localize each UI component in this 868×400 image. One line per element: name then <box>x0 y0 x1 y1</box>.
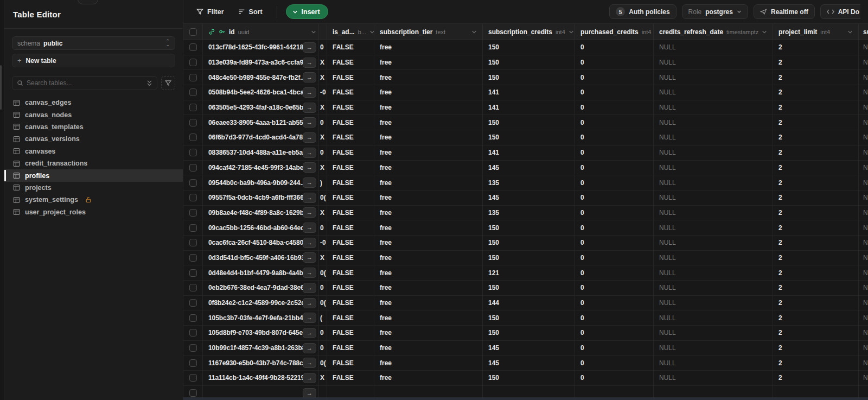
credits-refresh-date-cell[interactable]: NULL <box>654 371 773 385</box>
role-selector[interactable]: Role postgres <box>682 4 748 19</box>
new-table-button[interactable]: + New table <box>12 54 175 67</box>
clipped-right-cell[interactable]: NU <box>859 371 868 385</box>
clipped-right-cell[interactable]: NU <box>859 265 868 280</box>
expand-row-button[interactable]: → <box>303 42 316 53</box>
credits-refresh-date-cell[interactable]: NULL <box>654 191 773 205</box>
sidebar-table-item[interactable]: canvas_templates <box>4 121 183 133</box>
subscription-credits-cell[interactable]: 141 <box>483 100 575 115</box>
subscription-tier-cell[interactable]: free <box>374 371 483 385</box>
clipped-cell[interactable]: 0 <box>319 281 327 295</box>
project-limit-cell[interactable]: 2 <box>773 191 859 205</box>
clipped-cell[interactable]: ( <box>319 310 327 325</box>
subscription-tier-cell[interactable]: free <box>374 100 483 115</box>
subscription-credits-cell[interactable]: 141 <box>483 85 575 100</box>
sidebar-table-item[interactable]: profiles <box>4 169 183 181</box>
clipped-cell[interactable]: X <box>319 206 327 220</box>
project-limit-cell[interactable]: 2 <box>773 296 859 310</box>
project-limit-cell[interactable]: 2 <box>773 206 859 220</box>
row-checkbox[interactable] <box>189 119 197 126</box>
project-limit-cell[interactable]: 2 <box>773 100 859 115</box>
clipped-right-cell[interactable]: NU <box>859 161 868 175</box>
expand-row-button[interactable]: → <box>303 373 316 383</box>
sidebar-table-item[interactable]: projects <box>4 182 183 194</box>
clipped-right-cell[interactable]: NU <box>859 191 868 205</box>
expand-row-button[interactable]: → <box>303 162 316 173</box>
table-filter-button[interactable] <box>161 76 175 90</box>
subscription-credits-cell[interactable]: 141 <box>483 145 575 160</box>
credits-refresh-date-cell[interactable]: NULL <box>654 85 773 100</box>
project-limit-cell[interactable]: 2 <box>773 85 859 100</box>
expand-row-button[interactable]: → <box>303 343 316 353</box>
project-limit-cell[interactable]: 2 <box>773 281 859 295</box>
clipped-cell[interactable]: 0( <box>319 265 327 280</box>
row-checkbox[interactable] <box>189 389 197 397</box>
is-admin-cell[interactable]: FALSE <box>327 40 374 55</box>
purchased-credits-cell[interactable]: 0 <box>575 145 654 160</box>
row-checkbox[interactable] <box>189 209 197 217</box>
subscription-tier-cell[interactable]: free <box>374 175 483 190</box>
column-header-project-limit[interactable]: project_limit int4 <box>773 24 859 40</box>
clipped-right-cell[interactable]: NU <box>859 206 868 220</box>
purchased-credits-cell[interactable]: 0 <box>575 326 654 340</box>
is-admin-cell[interactable]: FALSE <box>327 175 374 190</box>
is-admin-cell[interactable]: FALSE <box>327 236 374 250</box>
clipped-right-cell[interactable]: NU <box>859 55 868 70</box>
credits-refresh-date-cell[interactable]: NULL <box>654 100 773 115</box>
row-checkbox[interactable] <box>189 74 197 81</box>
credits-refresh-date-cell[interactable]: NULL <box>654 326 773 340</box>
id-cell[interactable]: 0cac6fca-26cf-4510-84ba-c4580... → <box>203 236 319 250</box>
sidebar-table-item[interactable]: canvases <box>4 145 183 157</box>
chevron-down-icon[interactable] <box>471 29 477 35</box>
expand-row-button[interactable]: → <box>303 313 316 323</box>
project-limit-cell[interactable]: 2 <box>773 130 859 145</box>
subscription-credits-cell[interactable]: 150 <box>483 70 575 85</box>
credits-refresh-date-cell[interactable]: NULL <box>654 206 773 220</box>
project-limit-cell[interactable]: 2 <box>773 371 859 385</box>
expand-row-button[interactable]: → <box>303 388 316 398</box>
row-checkbox[interactable] <box>189 164 197 172</box>
purchased-credits-cell[interactable]: 0 <box>575 296 654 310</box>
subscription-credits-cell[interactable]: 144 <box>483 296 575 310</box>
expand-row-button[interactable]: → <box>303 207 316 218</box>
purchased-credits-cell[interactable]: 0 <box>575 355 654 370</box>
clipped-cell[interactable]: 0 <box>319 115 327 130</box>
chevron-down-icon[interactable] <box>847 29 853 35</box>
subscription-tier-cell[interactable]: free <box>374 341 483 355</box>
clipped-right-cell[interactable]: NU <box>859 251 868 265</box>
subscription-credits-cell[interactable]: 150 <box>483 130 575 145</box>
row-checkbox[interactable] <box>189 344 197 352</box>
clipped-cell[interactable]: ) <box>319 175 327 190</box>
row-checkbox[interactable] <box>189 224 197 232</box>
purchased-credits-cell[interactable]: 0 <box>575 100 654 115</box>
project-limit-cell[interactable]: 2 <box>773 220 859 235</box>
is-admin-cell[interactable]: FALSE <box>327 265 374 280</box>
is-admin-cell[interactable]: FALSE <box>327 70 374 85</box>
id-cell[interactable]: 0508b94b-5ee2-4626-bca1-4bca... → <box>203 85 319 100</box>
clipped-right-cell[interactable]: NU <box>859 236 868 250</box>
purchased-credits-cell[interactable]: 0 <box>575 85 654 100</box>
row-checkbox[interactable] <box>189 104 197 111</box>
subscription-tier-cell[interactable]: free <box>374 85 483 100</box>
is-admin-cell[interactable]: FALSE <box>327 100 374 115</box>
id-cell[interactable]: 11a114cb-1a4c-49f4-9b28-52219ec... → <box>203 371 319 385</box>
purchased-credits-cell[interactable]: 0 <box>575 115 654 130</box>
subscription-credits-cell[interactable]: 150 <box>483 310 575 325</box>
search-tables-input[interactable] <box>27 79 143 87</box>
schema-select[interactable]: schema public ⌃⌄ <box>12 36 175 50</box>
clipped-cell[interactable]: 0( <box>319 355 327 370</box>
credits-refresh-date-cell[interactable]: NULL <box>654 296 773 310</box>
project-limit-cell[interactable]: 2 <box>773 326 859 340</box>
row-checkbox[interactable] <box>189 149 197 156</box>
clipped-cell[interactable]: X <box>319 161 327 175</box>
clipped-right-cell[interactable]: NU <box>859 40 868 55</box>
clipped-cell[interactable]: X <box>319 100 327 115</box>
subscription-tier-cell[interactable]: free <box>374 265 483 280</box>
clipped-cell[interactable]: 0 <box>319 341 327 355</box>
purchased-credits-cell[interactable]: 0 <box>575 161 654 175</box>
sidebar-table-item[interactable]: user_project_roles <box>4 206 183 218</box>
row-checkbox[interactable] <box>189 43 197 51</box>
clipped-cell[interactable]: X <box>319 55 327 70</box>
purchased-credits-cell[interactable]: 0 <box>575 55 654 70</box>
project-limit-cell[interactable]: 2 <box>773 310 859 325</box>
is-admin-cell[interactable]: FALSE <box>327 145 374 160</box>
